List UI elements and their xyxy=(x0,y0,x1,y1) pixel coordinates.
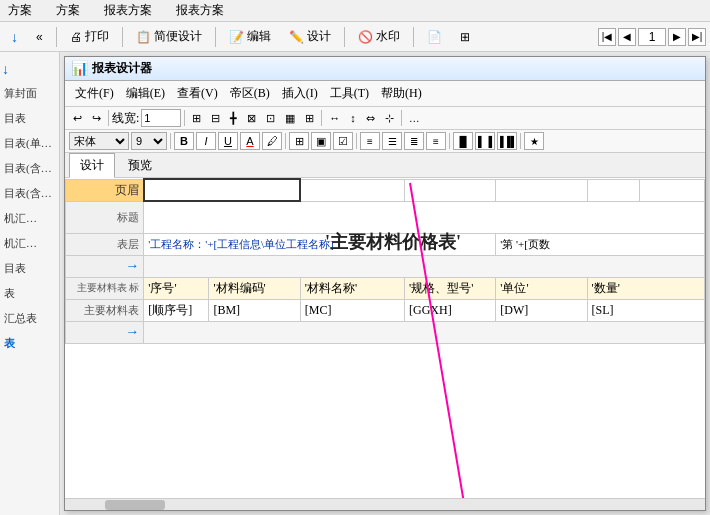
header-cell-5[interactable] xyxy=(587,179,639,201)
view-btn1[interactable]: 📄 xyxy=(420,27,449,47)
print-btn[interactable]: 🖨 打印 xyxy=(63,25,116,48)
page-last-btn[interactable]: ▶| xyxy=(688,28,706,46)
bar-chart2-btn[interactable]: ▌▐ xyxy=(475,132,495,150)
align-btn2[interactable]: ↕ xyxy=(346,110,360,126)
data-shuliang[interactable]: [SL] xyxy=(587,299,704,321)
align-center-btn[interactable]: ☰ xyxy=(382,132,402,150)
frame-btn[interactable]: ▣ xyxy=(311,132,331,150)
title-cell[interactable] xyxy=(144,201,705,233)
header-cell-3[interactable] xyxy=(405,179,496,201)
font-family-select[interactable]: 宋体 xyxy=(69,132,129,150)
bold-btn[interactable]: B xyxy=(174,132,194,150)
collapse-btn[interactable]: « xyxy=(29,27,50,47)
header-cell-1[interactable] xyxy=(144,179,300,201)
italic-btn[interactable]: I xyxy=(196,132,216,150)
col-shuliang[interactable]: '数量' xyxy=(587,277,704,299)
data-mingcheng[interactable]: [MC] xyxy=(300,299,404,321)
underline-btn[interactable]: U xyxy=(218,132,238,150)
bar-chart-btn[interactable]: ▐▌ xyxy=(453,132,473,150)
header-cell-2[interactable] xyxy=(300,179,404,201)
col-danwei[interactable]: '单位' xyxy=(496,277,587,299)
align-justify-btn[interactable]: ≡ xyxy=(426,132,446,150)
sidebar-nav-arrow[interactable]: ↓ xyxy=(0,60,59,80)
more-btn[interactable]: … xyxy=(405,110,424,126)
biaoceng-cell-2[interactable]: '第 '+[页数 xyxy=(496,233,705,255)
grid-btn4[interactable]: ⊠ xyxy=(243,110,260,127)
grid-btn2[interactable]: ⊟ xyxy=(207,110,224,127)
page-number-input[interactable] xyxy=(638,28,666,46)
sidebar-item-6[interactable]: 机汇… xyxy=(0,232,59,255)
col-bianhao[interactable]: '材料编码' xyxy=(209,277,300,299)
grid-btn5[interactable]: ⊡ xyxy=(262,110,279,127)
merge-btn[interactable]: ⊞ xyxy=(301,110,318,127)
menu-item-baobiao2[interactable]: 报表方案 xyxy=(172,0,228,21)
menu-region[interactable]: 帝区(B) xyxy=(224,83,276,104)
menu-edit[interactable]: 编辑(E) xyxy=(120,83,171,104)
design-btn[interactable]: ✏️ 设计 xyxy=(282,25,338,48)
col-guige[interactable]: '规格、型号' xyxy=(405,277,496,299)
header-cell-6[interactable] xyxy=(639,179,704,201)
data-xuhao[interactable]: [顺序号] xyxy=(144,299,209,321)
menu-insert[interactable]: 插入(I) xyxy=(276,83,324,104)
sidebar-item-4[interactable]: 目表(含… xyxy=(0,182,59,205)
grid-btn6[interactable]: ▦ xyxy=(281,110,299,127)
font-sep2 xyxy=(285,133,286,149)
redo-btn[interactable]: ↪ xyxy=(88,110,105,127)
page-first-btn[interactable]: |◀ xyxy=(598,28,616,46)
line-width-input[interactable] xyxy=(141,109,181,127)
menu-help[interactable]: 帮助(H) xyxy=(375,83,428,104)
font-sep1 xyxy=(170,133,171,149)
section-zycl-header: 主要材料表 标 '序号' '材料编码' '材料名称' '规格、型号' '单位' … xyxy=(66,277,705,299)
align-btn3[interactable]: ⇔ xyxy=(362,110,379,127)
simple-design-btn[interactable]: 📋 简便设计 xyxy=(129,25,209,48)
edit-btn[interactable]: 📝 编辑 xyxy=(222,25,278,48)
sep1 xyxy=(56,27,57,47)
scrollbar-thumb[interactable] xyxy=(105,500,165,510)
font-color-btn[interactable]: A xyxy=(240,132,260,150)
tab-design[interactable]: 设计 xyxy=(69,153,115,178)
table-btn[interactable]: ⊞ xyxy=(289,132,309,150)
tab-preview[interactable]: 预览 xyxy=(117,153,163,177)
sidebar-item-0[interactable]: 算封面 xyxy=(0,82,59,105)
data-guige[interactable]: [GGXH] xyxy=(405,299,496,321)
check-btn[interactable]: ☑ xyxy=(333,132,353,150)
align-btn1[interactable]: ↔ xyxy=(325,110,344,126)
sidebar-item-7[interactable]: 目表 xyxy=(0,257,59,280)
undo-btn[interactable]: ↩ xyxy=(69,110,86,127)
star-btn[interactable]: ★ xyxy=(524,132,544,150)
sidebar-item-9[interactable]: 汇总表 xyxy=(0,307,59,330)
biaoceng-cell-1[interactable]: '工程名称：'+[工程信息\单位工程名称] xyxy=(144,233,496,255)
data-bianhao[interactable]: [BM] xyxy=(209,299,300,321)
data-danwei[interactable]: [DW] xyxy=(496,299,587,321)
align-btn4[interactable]: ⊹ xyxy=(381,110,398,127)
menu-item-fangan1[interactable]: 方案 xyxy=(4,0,36,21)
sidebar-item-3[interactable]: 目表(含… xyxy=(0,157,59,180)
sidebar-item-10[interactable]: 表 xyxy=(0,332,59,355)
sidebar-item-5[interactable]: 机汇… xyxy=(0,207,59,230)
horizontal-scrollbar[interactable] xyxy=(65,498,705,510)
sidebar-item-8[interactable]: 表 xyxy=(0,282,59,305)
view-btn2[interactable]: ⊞ xyxy=(453,27,477,47)
menu-file[interactable]: 文件(F) xyxy=(69,83,120,104)
menu-tools[interactable]: 工具(T) xyxy=(324,83,375,104)
bar-chart3-btn[interactable]: ▐▐▌ xyxy=(497,132,517,150)
font-size-select[interactable]: 9 10 12 xyxy=(131,132,167,150)
align-left-btn[interactable]: ≡ xyxy=(360,132,380,150)
grid-btn1[interactable]: ⊞ xyxy=(188,110,205,127)
sidebar-item-1[interactable]: 目表 xyxy=(0,107,59,130)
menu-item-fangan2[interactable]: 方案 xyxy=(52,0,84,21)
grid-btn3[interactable]: ╋ xyxy=(226,110,241,127)
menu-item-baobiao1[interactable]: 报表方案 xyxy=(100,0,156,21)
col-xuhao[interactable]: '序号' xyxy=(144,277,209,299)
section-zycl-data: 主要材料表 [顺序号] [BM] [MC] [GGXH] [DW] [SL] xyxy=(66,299,705,321)
watermark-btn[interactable]: 🚫 水印 xyxy=(351,25,407,48)
highlight-btn[interactable]: 🖊 xyxy=(262,132,282,150)
align-right-btn[interactable]: ≣ xyxy=(404,132,424,150)
sidebar-item-2[interactable]: 目表(单… xyxy=(0,132,59,155)
header-cell-4[interactable] xyxy=(496,179,587,201)
page-prev-btn[interactable]: ◀ xyxy=(618,28,636,46)
nav-left-btn[interactable]: ↓ xyxy=(4,26,25,48)
menu-view[interactable]: 查看(V) xyxy=(171,83,224,104)
col-mingcheng[interactable]: '材料名称' xyxy=(300,277,404,299)
page-next-btn[interactable]: ▶ xyxy=(668,28,686,46)
